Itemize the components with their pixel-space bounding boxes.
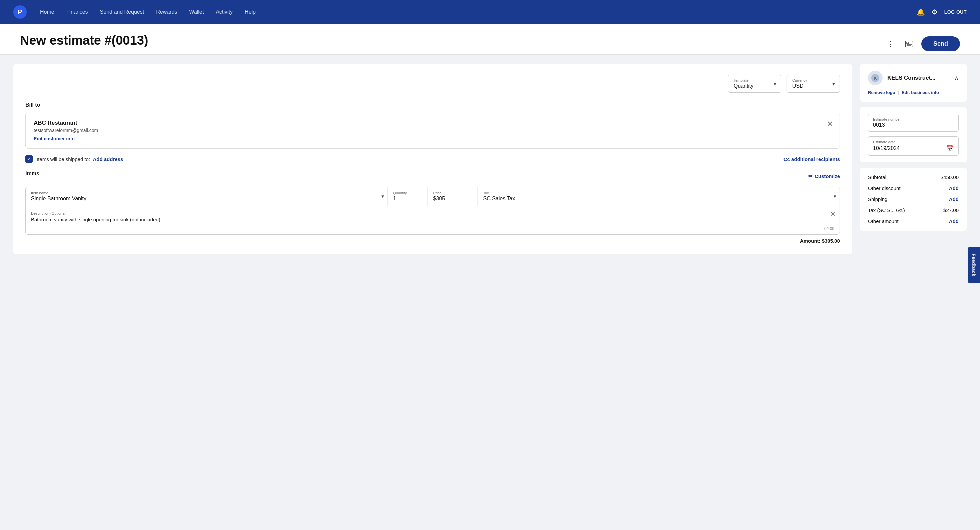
- business-name: KELS Construct...: [887, 75, 935, 81]
- tax-value: $27.00: [943, 207, 959, 213]
- ship-left: ✓ Items will be shipped to: Add address: [25, 156, 123, 163]
- navbar: P Home Finances Send and Request Rewards…: [0, 0, 980, 24]
- item-tax-label: Tax: [483, 191, 834, 195]
- customer-email: testsoftwareformm@gmail.com: [34, 128, 832, 133]
- add-address-link[interactable]: Add address: [93, 156, 123, 162]
- customize-button[interactable]: ✏ Customize: [808, 173, 840, 179]
- item-row: Item name Single Bathroom Vanity ▾ Quant…: [25, 187, 840, 235]
- header-actions: ⋮ Send: [884, 36, 960, 51]
- business-header: K KELS Construct... ∧: [868, 71, 959, 85]
- discount-add-button[interactable]: Add: [949, 185, 959, 191]
- items-header: Items ✏ Customize: [25, 171, 840, 181]
- template-arrow-icon: ▾: [773, 81, 776, 87]
- estimate-number-label: Estimate number: [873, 117, 954, 121]
- shipping-label: Shipping: [868, 196, 887, 202]
- estimate-date-label: Estimate date: [873, 140, 954, 144]
- preview-button[interactable]: [903, 37, 916, 51]
- business-left: K KELS Construct...: [868, 71, 935, 85]
- navbar-right: 🔔 ⚙ LOG OUT: [916, 8, 967, 16]
- send-button[interactable]: Send: [921, 36, 960, 51]
- tax-row: Tax (SC S... 6%) $27.00: [868, 207, 959, 213]
- item-price-value: $305: [433, 196, 472, 202]
- subtotal-label: Subtotal: [868, 175, 886, 180]
- description-value[interactable]: Bathroom vanity with single opening for …: [31, 217, 834, 226]
- business-logo: K: [868, 71, 883, 85]
- item-price-field[interactable]: Price $305: [428, 187, 478, 206]
- amount-row: Amount: $305.00: [25, 235, 840, 244]
- item-qty-label: Quantity: [393, 191, 422, 195]
- shipping-row: Shipping Add: [868, 196, 959, 202]
- remove-customer-button[interactable]: ✕: [827, 120, 833, 129]
- business-divider: |: [898, 90, 899, 95]
- summary-card: Subtotal $450.00 Other discount Add Ship…: [860, 168, 967, 231]
- main-layout: Template Quantity ▾ Currency USD ▾ Bill …: [0, 55, 980, 263]
- business-actions: Remove logo | Edit business info: [868, 90, 959, 95]
- navbar-links: Home Finances Send and Request Rewards W…: [40, 9, 916, 15]
- bill-to-label: Bill to: [25, 102, 840, 108]
- ship-checkbox[interactable]: ✓: [25, 156, 33, 163]
- description-inner: Description (Optional) Bathroom vanity w…: [25, 206, 840, 226]
- estimate-number-value: 0013: [873, 122, 954, 128]
- shipping-add-button[interactable]: Add: [949, 196, 959, 202]
- cc-recipients-link[interactable]: Cc additional recipients: [784, 156, 840, 162]
- nav-rewards[interactable]: Rewards: [156, 9, 177, 15]
- logout-button[interactable]: LOG OUT: [944, 10, 967, 15]
- item-name-value: Single Bathroom Vanity: [31, 196, 382, 202]
- nav-home[interactable]: Home: [40, 9, 54, 15]
- settings-icon[interactable]: ⚙: [932, 8, 938, 16]
- discount-label: Other discount: [868, 185, 900, 191]
- nav-help[interactable]: Help: [245, 9, 256, 15]
- item-name-label: Item name: [31, 191, 382, 195]
- template-value: Quantity: [733, 83, 776, 89]
- other-amount-add-button[interactable]: Add: [949, 218, 959, 224]
- template-currency-row: Template Quantity ▾ Currency USD ▾: [25, 75, 840, 93]
- description-footer: 0/400: [25, 226, 840, 234]
- item-tax-field[interactable]: Tax SC Sales Tax ▾: [478, 187, 840, 206]
- item-qty-value: 1: [393, 196, 422, 202]
- description-row: Description (Optional) Bathroom vanity w…: [25, 206, 840, 234]
- left-panel: Template Quantity ▾ Currency USD ▾ Bill …: [13, 64, 852, 254]
- page-header: New estimate #(0013) ⋮ Send: [0, 24, 980, 55]
- remove-logo-link[interactable]: Remove logo: [868, 90, 895, 95]
- item-name-arrow-icon: ▾: [382, 194, 384, 199]
- nav-finances[interactable]: Finances: [66, 9, 88, 15]
- business-collapse-icon[interactable]: ∧: [955, 75, 959, 82]
- edit-business-info-link[interactable]: Edit business info: [902, 90, 939, 95]
- tax-label: Tax (SC S... 6%): [868, 207, 905, 213]
- discount-row: Other discount Add: [868, 185, 959, 191]
- item-name-field[interactable]: Item name Single Bathroom Vanity ▾: [25, 187, 388, 206]
- page-title: New estimate #(0013): [20, 33, 148, 54]
- edit-customer-link[interactable]: Edit customer info: [34, 136, 75, 141]
- item-fields: Item name Single Bathroom Vanity ▾ Quant…: [25, 187, 840, 206]
- paypal-logo[interactable]: P: [13, 5, 27, 19]
- item-tax-value: SC Sales Tax: [483, 196, 834, 202]
- more-options-button[interactable]: ⋮: [884, 37, 897, 51]
- ship-text: Items will be shipped to: Add address: [37, 156, 123, 162]
- ship-row: ✓ Items will be shipped to: Add address …: [25, 156, 840, 163]
- business-card: K KELS Construct... ∧ Remove logo | Edit…: [860, 64, 967, 102]
- other-amount-label: Other amount: [868, 218, 899, 224]
- currency-value: USD: [792, 83, 834, 89]
- estimate-date-field[interactable]: Estimate date 10/19/2024 📅: [868, 136, 959, 156]
- currency-dropdown[interactable]: Currency USD ▾: [787, 75, 840, 93]
- notification-icon[interactable]: 🔔: [916, 8, 925, 16]
- template-dropdown[interactable]: Template Quantity ▾: [728, 75, 781, 93]
- discount-label-group: Other discount: [868, 185, 900, 191]
- amount-value: Amount: $305.00: [800, 238, 840, 244]
- estimate-number-field[interactable]: Estimate number 0013: [868, 114, 959, 132]
- nav-wallet[interactable]: Wallet: [189, 9, 204, 15]
- items-label: Items: [25, 171, 39, 177]
- calendar-icon[interactable]: 📅: [946, 145, 954, 152]
- subtotal-value: $450.00: [941, 175, 959, 180]
- estimate-date-value: 10/19/2024 📅: [873, 145, 954, 152]
- item-qty-field[interactable]: Quantity 1: [388, 187, 428, 206]
- currency-label: Currency: [792, 78, 834, 83]
- char-count: 0/400: [824, 226, 834, 231]
- remove-description-button[interactable]: ✕: [830, 210, 835, 218]
- nav-activity[interactable]: Activity: [216, 9, 233, 15]
- template-label: Template: [733, 78, 776, 83]
- description-label: Description (Optional): [31, 211, 834, 215]
- feedback-tab[interactable]: Feedback: [968, 247, 980, 283]
- item-tax-arrow-icon: ▾: [834, 194, 836, 199]
- nav-send-request[interactable]: Send and Request: [100, 9, 145, 15]
